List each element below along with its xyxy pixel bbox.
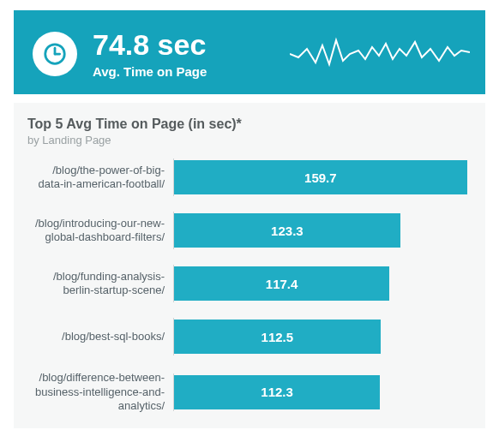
stat-card-avg-time: 74.8 sec Avg. Time on Page <box>14 10 485 94</box>
table-row: /blog/funding-analysis-berlin-startup-sc… <box>27 265 477 302</box>
bar-track: 112.5 <box>173 318 477 355</box>
bar-value: 117.4 <box>266 277 298 291</box>
bar-label: /blog/introducing-our-new-global-dashboa… <box>27 217 173 245</box>
table-row: /blog/the-power-of-big-data-in-american-… <box>27 158 477 196</box>
panel-subtitle: by Landing Page <box>27 134 477 146</box>
bar-label: /blog/funding-analysis-berlin-startup-sc… <box>27 270 173 298</box>
sparkline-icon <box>290 30 470 75</box>
stat-value: 74.8 sec <box>93 29 207 61</box>
bar-value: 123.3 <box>271 224 304 238</box>
bar-track: 117.4 <box>173 265 477 302</box>
bar-value: 112.3 <box>261 385 293 399</box>
bar-label: /blog/difference-between-business-intell… <box>27 371 173 413</box>
bar: 123.3 <box>174 213 400 248</box>
bar-chart: /blog/the-power-of-big-data-in-american-… <box>27 158 477 413</box>
bar-track: 159.7 <box>173 158 477 196</box>
bar: 159.7 <box>174 160 467 194</box>
stat-text: 74.8 sec Avg. Time on Page <box>93 29 207 79</box>
bar-label: /blog/the-power-of-big-data-in-american-… <box>27 164 173 192</box>
bar-value: 159.7 <box>304 170 337 185</box>
table-row: /blog/best-sql-books/112.5 <box>27 318 477 355</box>
bar-value: 112.5 <box>262 330 294 344</box>
bar-track: 112.3 <box>173 373 477 411</box>
table-row: /blog/introducing-our-new-global-dashboa… <box>27 212 477 249</box>
stat-label: Avg. Time on Page <box>93 64 207 79</box>
bar-label: /blog/best-sql-books/ <box>27 330 173 343</box>
table-row: /blog/difference-between-business-intell… <box>27 371 477 413</box>
panel-title: Top 5 Avg Time on Page (in sec)* <box>27 116 477 132</box>
bar-track: 123.3 <box>173 212 477 249</box>
clock-icon <box>33 32 77 76</box>
bar: 112.5 <box>174 320 381 354</box>
top5-panel: Top 5 Avg Time on Page (in sec)* by Land… <box>14 103 485 428</box>
bar: 117.4 <box>174 266 389 301</box>
bar: 112.3 <box>174 375 380 409</box>
